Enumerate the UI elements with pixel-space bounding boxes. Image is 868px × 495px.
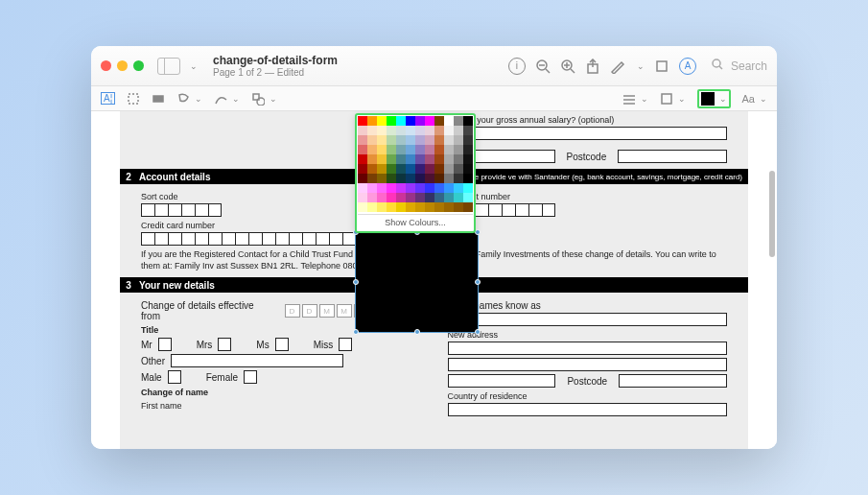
zoom-in-icon[interactable] — [560, 59, 575, 74]
color-swatch[interactable] — [367, 193, 377, 202]
salary-field[interactable] — [446, 127, 727, 140]
color-swatch[interactable] — [406, 154, 415, 164]
color-swatch[interactable] — [415, 116, 425, 126]
color-swatch[interactable] — [358, 154, 367, 164]
zoom-window-button[interactable] — [133, 60, 144, 71]
color-swatch[interactable] — [367, 145, 377, 154]
color-swatch[interactable] — [367, 164, 377, 174]
color-swatch[interactable] — [434, 135, 444, 145]
color-swatch[interactable] — [377, 135, 387, 145]
color-swatch[interactable] — [367, 183, 377, 193]
color-swatch[interactable] — [377, 202, 387, 212]
color-swatch[interactable] — [406, 145, 415, 154]
line-style-button[interactable]: ⌄ — [622, 92, 648, 106]
color-swatch[interactable] — [463, 202, 473, 212]
color-swatch[interactable] — [387, 135, 396, 145]
color-swatch[interactable] — [396, 126, 406, 135]
color-swatch[interactable] — [367, 174, 377, 183]
color-swatch[interactable] — [358, 164, 367, 174]
account-number-field[interactable] — [448, 203, 728, 217]
color-swatch[interactable] — [387, 174, 396, 183]
date-digit[interactable]: D — [302, 304, 317, 318]
redact-tool-icon[interactable] — [152, 92, 165, 106]
color-swatch[interactable] — [396, 135, 406, 145]
color-swatch[interactable] — [358, 174, 367, 183]
country-field[interactable] — [448, 403, 728, 416]
color-swatch[interactable] — [454, 164, 463, 174]
color-swatch[interactable] — [415, 135, 425, 145]
address-field-2[interactable] — [448, 358, 728, 371]
selection-tool-icon[interactable] — [127, 92, 140, 106]
color-swatch[interactable] — [425, 135, 434, 145]
sidebar-toggle-button[interactable] — [157, 58, 180, 75]
color-swatch[interactable] — [444, 116, 454, 126]
color-swatch[interactable] — [415, 164, 425, 174]
color-swatch[interactable] — [444, 126, 454, 135]
color-swatch[interactable] — [463, 126, 473, 135]
color-swatch[interactable] — [396, 154, 406, 164]
color-swatch[interactable] — [387, 126, 396, 135]
color-swatch[interactable] — [367, 154, 377, 164]
date-digit[interactable]: M — [337, 304, 352, 318]
color-swatch[interactable] — [425, 126, 434, 135]
color-swatch[interactable] — [406, 183, 415, 193]
color-swatch[interactable] — [377, 174, 387, 183]
color-swatch[interactable] — [358, 202, 367, 212]
miss-checkbox[interactable] — [339, 338, 352, 351]
color-swatch[interactable] — [406, 135, 415, 145]
color-swatch[interactable] — [444, 202, 454, 212]
lasso-tool-icon[interactable]: ⌄ — [176, 92, 202, 106]
color-swatch[interactable] — [406, 202, 415, 212]
color-swatch[interactable] — [377, 145, 387, 154]
document-viewport[interactable]: What is your gross annual salary? (optio… — [91, 111, 777, 449]
color-swatch[interactable] — [377, 183, 387, 193]
date-digit[interactable]: D — [285, 304, 300, 318]
color-swatch[interactable] — [406, 164, 415, 174]
mrs-checkbox[interactable] — [218, 338, 231, 351]
color-swatch[interactable] — [425, 183, 434, 193]
color-swatch[interactable] — [396, 202, 406, 212]
color-swatch[interactable] — [387, 145, 396, 154]
color-swatch[interactable] — [415, 193, 425, 202]
color-swatch[interactable] — [463, 135, 473, 145]
color-swatch[interactable] — [454, 193, 463, 202]
female-checkbox[interactable] — [244, 370, 257, 384]
scrollbar-thumb[interactable] — [769, 171, 775, 257]
text-tool-icon[interactable]: A¦ — [101, 92, 115, 105]
color-swatch[interactable] — [463, 116, 473, 126]
color-swatch[interactable] — [387, 183, 396, 193]
color-swatch[interactable] — [377, 126, 387, 135]
mr-checkbox[interactable] — [158, 338, 172, 351]
color-swatch[interactable] — [463, 164, 473, 174]
highlight-icon[interactable]: A — [679, 58, 696, 75]
color-swatch[interactable] — [454, 183, 463, 193]
color-swatch[interactable] — [425, 154, 434, 164]
other-names-field[interactable] — [448, 313, 728, 326]
color-swatch[interactable] — [454, 154, 463, 164]
color-swatch[interactable] — [396, 193, 406, 202]
color-swatch[interactable] — [425, 164, 434, 174]
color-swatch[interactable] — [387, 154, 396, 164]
color-swatch[interactable] — [425, 174, 434, 183]
show-colors-button[interactable]: Show Colours... — [358, 214, 473, 230]
color-swatch[interactable] — [387, 116, 396, 126]
color-swatch[interactable] — [434, 183, 444, 193]
color-swatch[interactable] — [444, 164, 454, 174]
color-swatch[interactable] — [396, 174, 406, 183]
rotate-icon[interactable] — [654, 59, 669, 74]
color-swatch[interactable] — [434, 126, 444, 135]
color-swatch[interactable] — [406, 174, 415, 183]
color-swatch[interactable] — [415, 145, 425, 154]
color-swatch[interactable] — [444, 145, 454, 154]
color-swatch[interactable] — [444, 193, 454, 202]
color-swatch[interactable] — [434, 154, 444, 164]
color-swatch[interactable] — [358, 135, 367, 145]
address-postcode-1[interactable] — [448, 374, 556, 388]
color-swatch[interactable] — [425, 193, 434, 202]
sketch-tool-icon[interactable]: ⌄ — [214, 92, 240, 106]
color-swatch[interactable] — [444, 183, 454, 193]
color-swatch[interactable] — [367, 126, 377, 135]
color-swatch[interactable] — [444, 135, 454, 145]
color-swatch[interactable] — [434, 164, 444, 174]
zoom-out-icon[interactable] — [535, 59, 551, 74]
